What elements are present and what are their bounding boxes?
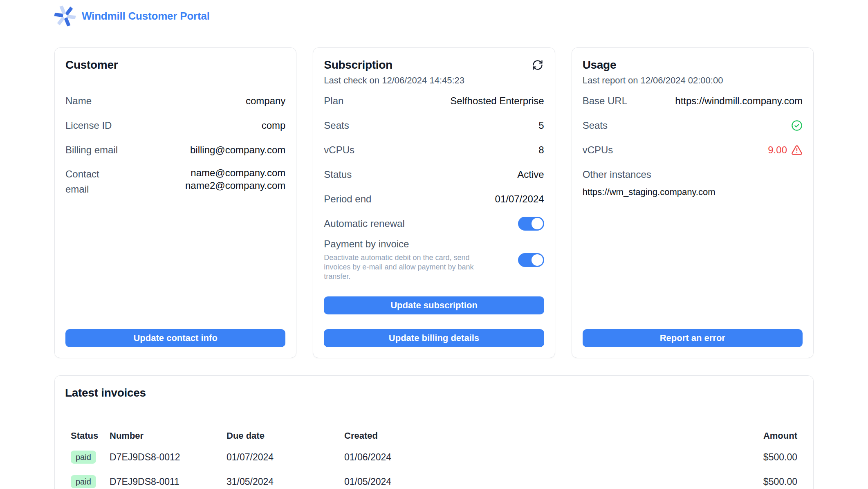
- vcpus-usage-value: 9.00: [768, 144, 787, 156]
- field-value: 5: [538, 120, 544, 131]
- column-header-number: Number: [110, 431, 227, 441]
- subscription-actions: Update subscription Update billing detai…: [324, 296, 544, 347]
- column-header-due-date: Due date: [227, 431, 344, 441]
- usage-vcpus-row: vCPUs 9.00: [583, 138, 803, 162]
- field-value: comp: [262, 120, 286, 131]
- contact-email-2: name2@company.com: [185, 179, 285, 192]
- subscription-last-check: Last check on 12/06/2024 14:45:23: [324, 75, 464, 86]
- field-value: [791, 120, 803, 131]
- app-title: Windmill Customer Portal: [82, 10, 210, 22]
- cards-row: Customer Name company License ID comp Bi…: [54, 47, 814, 358]
- payment-by-invoice-description: Deactivate automatic debit on the card, …: [324, 253, 496, 281]
- customer-card-title: Customer: [65, 58, 118, 72]
- invoices-table: Status Number Due date Created Amount pa…: [65, 427, 803, 489]
- created-cell: 01/06/2024: [344, 452, 699, 463]
- field-value: https://windmill.company.com: [675, 95, 803, 107]
- column-header-created: Created: [344, 431, 699, 441]
- field-value: name@company.com name2@company.com: [185, 166, 285, 192]
- usage-heading-block: Usage Last report on 12/06/2024 02:00:00: [583, 58, 723, 86]
- seats-row: Seats 5: [324, 113, 544, 138]
- column-header-status: Status: [71, 431, 110, 441]
- paid-status-badge: paid: [71, 475, 96, 488]
- field-label: License ID: [65, 120, 112, 131]
- customer-billing-email-row: Billing email billing@company.com: [65, 138, 285, 162]
- field-label: Plan: [324, 95, 343, 107]
- field-value: Selfhosted Enterprise: [450, 95, 544, 107]
- customer-contact-email-row: Contact email name@company.com name2@com…: [65, 162, 285, 203]
- subscription-card-title: Subscription: [324, 58, 464, 72]
- field-label: vCPUs: [583, 144, 613, 156]
- payment-by-invoice-toggle[interactable]: [518, 253, 544, 267]
- due-date-cell: 31/05/2024: [227, 476, 344, 487]
- check-circle-icon: [791, 120, 803, 131]
- main-content: Customer Name company License ID comp Bi…: [0, 32, 868, 489]
- invoices-table-header: Status Number Due date Created Amount: [65, 427, 803, 445]
- field-value: company: [246, 95, 285, 107]
- field-label: Billing email: [65, 144, 118, 156]
- customer-card-header: Customer: [65, 58, 285, 89]
- automatic-renewal-toggle[interactable]: [518, 217, 544, 231]
- customer-actions: Update contact info: [65, 329, 285, 347]
- usage-card: Usage Last report on 12/06/2024 02:00:00…: [572, 47, 814, 358]
- field-value: billing@company.com: [190, 144, 285, 156]
- number-cell: D7EJ9DS8-0012: [110, 452, 227, 463]
- number-cell: D7EJ9DS8-0011: [110, 476, 227, 487]
- field-label: Contact email: [65, 166, 114, 197]
- latest-invoices-card: Latest invoices Status Number Due date C…: [54, 375, 814, 489]
- toggle-label: Automatic renewal: [324, 218, 404, 229]
- field-label: vCPUs: [324, 144, 354, 156]
- field-label: Status: [324, 169, 352, 180]
- invoice-row[interactable]: paid D7EJ9DS8-0011 31/05/2024 01/05/2024…: [65, 469, 803, 489]
- latest-invoices-title: Latest invoices: [65, 386, 803, 399]
- other-instances-label-row: Other instances: [583, 162, 803, 187]
- toggle-label: Payment by invoice: [324, 238, 496, 250]
- customer-name-row: Name company: [65, 89, 285, 113]
- status-cell: paid: [71, 475, 110, 488]
- column-header-amount: Amount: [699, 431, 797, 441]
- paid-status-badge: paid: [71, 451, 96, 464]
- field-label: Period end: [324, 193, 371, 205]
- period-end-row: Period end 01/07/2024: [324, 187, 544, 211]
- field-label: Base URL: [583, 95, 627, 107]
- plan-row: Plan Selfhosted Enterprise: [324, 89, 544, 113]
- refresh-icon: [532, 59, 543, 71]
- other-instances-block: Other instances https://wm_staging.compa…: [583, 162, 803, 197]
- created-cell: 01/05/2024: [344, 476, 699, 487]
- report-an-error-button[interactable]: Report an error: [583, 329, 803, 347]
- refresh-button[interactable]: [531, 58, 544, 72]
- customer-license-row: License ID comp: [65, 113, 285, 138]
- field-value: 01/07/2024: [495, 193, 544, 205]
- invoice-row[interactable]: paid D7EJ9DS8-0012 01/07/2024 01/06/2024…: [65, 445, 803, 469]
- field-label: Seats: [583, 120, 608, 131]
- usage-seats-row: Seats: [583, 113, 803, 138]
- usage-last-report: Last report on 12/06/2024 02:00:00: [583, 75, 723, 86]
- update-subscription-button[interactable]: Update subscription: [324, 296, 544, 314]
- field-value: 8: [538, 144, 544, 156]
- brand: Windmill Customer Portal: [54, 5, 210, 27]
- windmill-logo-icon: [54, 5, 76, 27]
- subscription-card-header: Subscription Last check on 12/06/2024 14…: [324, 58, 544, 89]
- vcpus-row: vCPUs 8: [324, 138, 544, 162]
- usage-fields: Base URL https://windmill.company.com Se…: [583, 89, 803, 197]
- usage-card-title: Usage: [583, 58, 723, 72]
- usage-card-header: Usage Last report on 12/06/2024 02:00:00: [583, 58, 803, 89]
- status-cell: paid: [71, 451, 110, 464]
- status-row: Status Active: [324, 162, 544, 187]
- update-billing-details-button[interactable]: Update billing details: [324, 329, 544, 347]
- subscription-fields: Plan Selfhosted Enterprise Seats 5 vCPUs…: [324, 89, 544, 281]
- payment-by-invoice-row: Payment by invoice Deactivate automatic …: [324, 236, 544, 281]
- field-value: 9.00: [768, 144, 803, 156]
- customer-card: Customer Name company License ID comp Bi…: [54, 47, 296, 358]
- amount-cell: $500.00: [699, 452, 797, 463]
- customer-fields: Name company License ID comp Billing ema…: [65, 89, 285, 203]
- field-label: Seats: [324, 120, 349, 131]
- due-date-cell: 01/07/2024: [227, 452, 344, 463]
- subscription-card: Subscription Last check on 12/06/2024 14…: [313, 47, 555, 358]
- field-label: Other instances: [583, 169, 651, 180]
- app-header: Windmill Customer Portal: [0, 0, 868, 32]
- field-label: Name: [65, 95, 92, 107]
- base-url-row: Base URL https://windmill.company.com: [583, 89, 803, 113]
- warning-triangle-icon: [791, 144, 803, 156]
- update-contact-info-button[interactable]: Update contact info: [65, 329, 285, 347]
- usage-actions: Report an error: [583, 329, 803, 347]
